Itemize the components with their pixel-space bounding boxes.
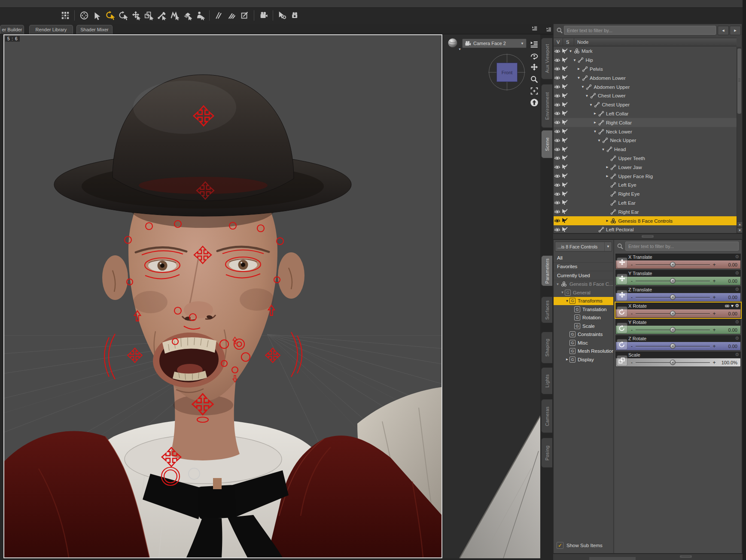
- slider-knob[interactable]: [670, 262, 676, 267]
- expand-arrow-icon[interactable]: ▼: [601, 148, 606, 151]
- aux-viewport-pane[interactable]: ▼ Camera Face 2 ▼ Front: [443, 34, 540, 558]
- node-selector-dropdown[interactable]: ...is 8 Face Controls ▼: [555, 242, 612, 251]
- gear-icon[interactable]: ⚙: [735, 287, 739, 292]
- tree-node-abdomen-upper[interactable]: ▼Abdomen Upper: [554, 82, 737, 91]
- param-group-rotation[interactable]: GRotation: [554, 314, 613, 322]
- expand-arrow-icon[interactable]: ▼: [555, 282, 560, 286]
- expand-arrow-icon[interactable]: ▼: [565, 299, 569, 303]
- orbit-icon[interactable]: [529, 51, 539, 61]
- slider-track[interactable]: [634, 277, 712, 285]
- gear-icon[interactable]: ⚙: [735, 254, 739, 259]
- heart-icon[interactable]: ♥: [731, 304, 734, 308]
- slider-value[interactable]: 0.00: [717, 278, 740, 284]
- slider-increment[interactable]: +: [712, 311, 717, 317]
- divider-grab-handle[interactable]: [680, 555, 692, 558]
- rotate-tool-icon[interactable]: [104, 9, 116, 21]
- node-pointer-tool-icon[interactable]: [91, 9, 103, 21]
- tree-node-right-eye[interactable]: Right Eye: [554, 190, 737, 199]
- param-group-mesh-resolution[interactable]: GMesh Resolution: [554, 347, 613, 356]
- expand-arrow-icon[interactable]: ►: [593, 112, 597, 115]
- pointer-settings-tool-icon[interactable]: [277, 9, 288, 21]
- visibility-eye-icon[interactable]: [554, 110, 561, 117]
- gear-icon[interactable]: ⚙: [735, 352, 739, 357]
- param-group-general[interactable]: ▼GGeneral: [554, 288, 613, 297]
- selectable-cursor-icon[interactable]: [561, 66, 568, 72]
- tree-node-left-ear[interactable]: Left Ear: [554, 199, 737, 208]
- visibility-eye-icon[interactable]: [554, 93, 561, 99]
- slider-knob[interactable]: [670, 294, 676, 300]
- parameters-filter-input[interactable]: [625, 242, 739, 251]
- param-slider-bar[interactable]: -+100.0%: [615, 358, 741, 367]
- expand-arrow-icon[interactable]: ►: [605, 165, 610, 169]
- main-viewport[interactable]: 5 : 6: [3, 34, 442, 558]
- visibility-eye-icon[interactable]: [554, 218, 561, 224]
- visibility-eye-icon[interactable]: [554, 182, 561, 188]
- expand-arrow-icon[interactable]: ►: [576, 67, 581, 71]
- tree-node-right-ear[interactable]: Right Ear: [554, 207, 737, 216]
- view-cube-front-face[interactable]: Front: [496, 63, 518, 82]
- drawstyle-sphere-icon[interactable]: ▼: [448, 38, 460, 51]
- selectable-cursor-icon[interactable]: [561, 209, 568, 215]
- slider-decrement[interactable]: -: [630, 360, 634, 366]
- camera-tool-icon[interactable]: [289, 9, 301, 21]
- pan-icon[interactable]: [529, 63, 539, 73]
- selectable-cursor-icon[interactable]: [561, 75, 568, 81]
- expand-arrow-icon[interactable]: ▼: [576, 76, 581, 80]
- figure-setup-tool-icon[interactable]: [194, 9, 206, 21]
- plane-tool-icon[interactable]: [239, 9, 250, 21]
- tree-node-head[interactable]: ▼Head: [554, 145, 737, 154]
- filter-next-button[interactable]: ►: [730, 26, 741, 35]
- selectable-cursor-icon[interactable]: [561, 110, 568, 117]
- tab-render-library[interactable]: Render Library: [29, 25, 73, 34]
- expand-arrow-icon[interactable]: ▼: [589, 103, 594, 107]
- translate-tool-icon[interactable]: [130, 9, 141, 21]
- param-group-favorites[interactable]: Favorites: [554, 263, 613, 272]
- pen-tool-icon[interactable]: [213, 9, 225, 21]
- tree-node-mark[interactable]: ▼Mark: [554, 47, 737, 56]
- slider-knob[interactable]: [670, 343, 676, 349]
- tree-node-left-pectoral[interactable]: Left Pectoral: [554, 225, 737, 233]
- slider-increment[interactable]: +: [712, 278, 717, 284]
- visibility-eye-icon[interactable]: [554, 102, 561, 108]
- viewport-orbit-tool-icon[interactable]: [78, 9, 90, 21]
- selectable-cursor-icon[interactable]: [561, 155, 568, 161]
- visibility-eye-icon[interactable]: [554, 66, 561, 72]
- scrollbar-thumb[interactable]: [737, 48, 741, 114]
- tree-node-hip[interactable]: ▼Hip: [554, 56, 737, 65]
- param-group-genesis-8-face-c-[interactable]: ▼Genesis 8 Face C...: [554, 280, 613, 289]
- slider-knob[interactable]: [670, 311, 676, 316]
- tree-node-chest-lower[interactable]: ▼Chest Lower: [554, 91, 737, 100]
- dock-tab-aux-viewport[interactable]: Aux Viewport: [541, 38, 552, 79]
- param-slider-bar[interactable]: -+0.00: [615, 309, 741, 318]
- tree-node-genesis-8-face-controls[interactable]: ►Genesis 8 Face Controls: [554, 216, 737, 225]
- selectable-cursor-icon[interactable]: [561, 48, 568, 54]
- selectable-cursor-icon[interactable]: [561, 227, 568, 233]
- tab-shader-mixer[interactable]: Shader Mixer: [76, 25, 113, 34]
- param-slider-bar[interactable]: -+0.00: [615, 325, 741, 334]
- dock-tab-posing[interactable]: Posing: [541, 438, 552, 468]
- tree-node-chest-upper[interactable]: ▼Chest Upper: [554, 100, 737, 109]
- tree-node-neck-lower[interactable]: ▼Neck Lower: [554, 127, 737, 136]
- visibility-eye-icon[interactable]: [554, 84, 561, 90]
- show-sub-items-row[interactable]: ✓ Show Sub Items: [557, 542, 603, 549]
- twist-tool-icon[interactable]: [117, 9, 128, 21]
- scroll-down-button[interactable]: ▼: [737, 227, 743, 233]
- aux-pane-options-icon[interactable]: [531, 25, 539, 33]
- slider-value[interactable]: 0.00: [717, 344, 740, 349]
- gear-icon[interactable]: ⚙: [735, 320, 739, 324]
- selectable-cursor-icon[interactable]: [561, 128, 568, 135]
- viewport-canvas[interactable]: [4, 35, 442, 557]
- gear-icon[interactable]: ⚙: [735, 303, 739, 308]
- visibility-eye-icon[interactable]: [554, 200, 561, 206]
- slider-value[interactable]: 0.00: [717, 327, 740, 333]
- slider-increment[interactable]: +: [712, 262, 717, 268]
- selectable-cursor-icon[interactable]: [561, 191, 568, 197]
- surface-selection-tool-icon[interactable]: [181, 9, 193, 21]
- param-group-constraints[interactable]: GConstraints: [554, 330, 613, 339]
- slider-increment[interactable]: +: [712, 327, 717, 333]
- slider-track[interactable]: [634, 358, 712, 366]
- param-group-transforms[interactable]: ▼GTransforms: [554, 297, 613, 306]
- tree-node-upper-face-rig[interactable]: ►Upper Face Rig: [554, 172, 737, 181]
- param-slider-bar[interactable]: -+0.00: [615, 342, 741, 351]
- visibility-eye-icon[interactable]: [554, 155, 561, 161]
